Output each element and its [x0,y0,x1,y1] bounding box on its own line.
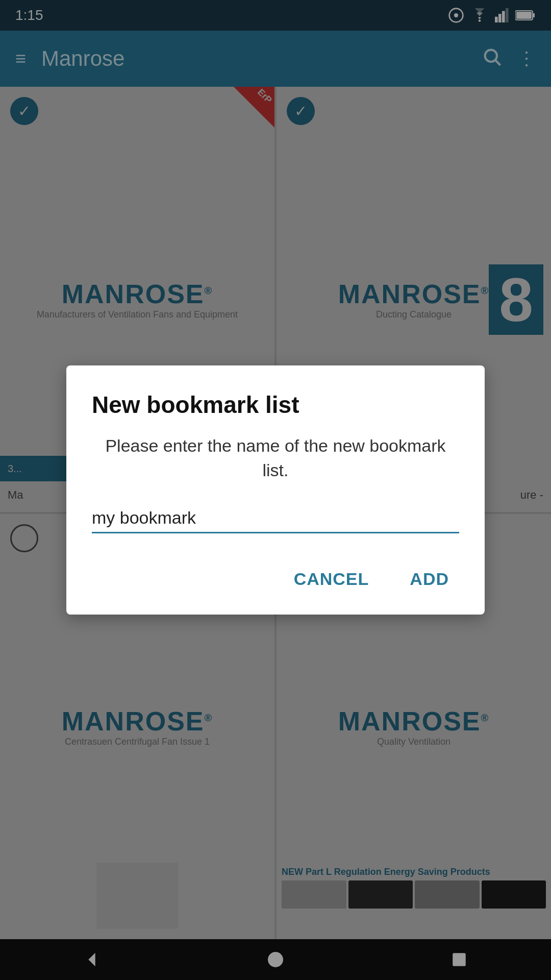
new-bookmark-dialog: New bookmark list Please enter the name … [66,365,485,615]
bookmark-name-input[interactable] [92,508,459,528]
dialog-title: New bookmark list [92,391,459,419]
cancel-button[interactable]: CANCEL [284,564,380,594]
add-button[interactable]: ADD [399,564,459,594]
dialog-overlay: New bookmark list Please enter the name … [0,0,551,980]
bookmark-name-field[interactable] [92,508,459,533]
dialog-actions: CANCEL ADD [92,564,459,594]
dialog-message: Please enter the name of the new bookmar… [92,434,459,482]
